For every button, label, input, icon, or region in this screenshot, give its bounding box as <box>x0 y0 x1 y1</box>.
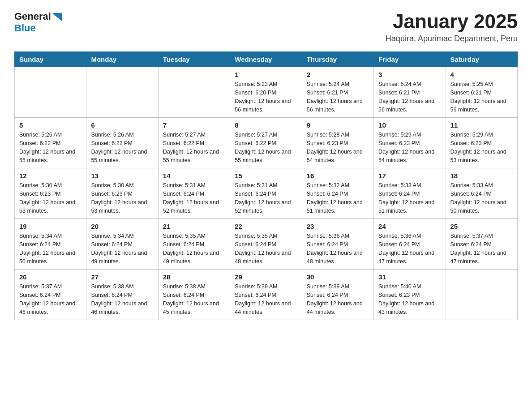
calendar-cell: 16Sunrise: 5:32 AM Sunset: 6:24 PM Dayli… <box>302 168 373 219</box>
calendar-cell: 10Sunrise: 5:29 AM Sunset: 6:23 PM Dayli… <box>374 118 446 168</box>
day-number: 9 <box>307 121 369 129</box>
calendar-cell: 2Sunrise: 5:24 AM Sunset: 6:21 PM Daylig… <box>302 67 373 118</box>
day-detail: Sunrise: 5:33 AM Sunset: 6:24 PM Dayligh… <box>450 181 513 215</box>
logo-triangle-icon <box>52 13 62 21</box>
calendar-cell: 31Sunrise: 5:40 AM Sunset: 6:23 PM Dayli… <box>374 270 446 320</box>
calendar-cell: 23Sunrise: 5:36 AM Sunset: 6:24 PM Dayli… <box>302 219 373 270</box>
calendar-cell: 6Sunrise: 5:26 AM Sunset: 6:22 PM Daylig… <box>86 118 158 168</box>
day-number: 24 <box>378 223 441 230</box>
calendar-cell: 17Sunrise: 5:33 AM Sunset: 6:24 PM Dayli… <box>374 168 446 219</box>
day-detail: Sunrise: 5:40 AM Sunset: 6:23 PM Dayligh… <box>378 283 441 316</box>
calendar-cell: 22Sunrise: 5:35 AM Sunset: 6:24 PM Dayli… <box>230 219 302 270</box>
calendar-header-saturday: Saturday <box>446 52 517 67</box>
calendar-cell <box>446 270 517 320</box>
day-number: 4 <box>450 71 513 78</box>
day-detail: Sunrise: 5:25 AM Sunset: 6:21 PM Dayligh… <box>450 80 513 114</box>
calendar-header-friday: Friday <box>374 52 446 67</box>
subtitle: Haquira, Apurimac Department, Peru <box>386 34 518 43</box>
day-number: 31 <box>378 273 441 281</box>
day-number: 17 <box>378 172 441 180</box>
day-detail: Sunrise: 5:24 AM Sunset: 6:21 PM Dayligh… <box>378 80 441 114</box>
day-number: 21 <box>163 223 225 230</box>
day-number: 15 <box>235 172 297 180</box>
day-number: 18 <box>450 172 513 180</box>
day-detail: Sunrise: 5:39 AM Sunset: 6:24 PM Dayligh… <box>307 283 369 316</box>
day-number: 8 <box>235 121 297 129</box>
day-detail: Sunrise: 5:24 AM Sunset: 6:21 PM Dayligh… <box>307 80 369 114</box>
calendar-cell: 28Sunrise: 5:38 AM Sunset: 6:24 PM Dayli… <box>158 270 230 320</box>
calendar-cell: 20Sunrise: 5:34 AM Sunset: 6:24 PM Dayli… <box>86 219 158 270</box>
calendar-header-thursday: Thursday <box>302 52 373 67</box>
calendar-cell: 25Sunrise: 5:37 AM Sunset: 6:24 PM Dayli… <box>446 219 517 270</box>
calendar-week-row: 26Sunrise: 5:37 AM Sunset: 6:24 PM Dayli… <box>15 270 518 320</box>
calendar-cell: 29Sunrise: 5:39 AM Sunset: 6:24 PM Dayli… <box>230 270 302 320</box>
calendar-cell: 12Sunrise: 5:30 AM Sunset: 6:23 PM Dayli… <box>15 168 86 219</box>
day-number: 26 <box>19 273 82 281</box>
day-number: 25 <box>450 223 513 230</box>
day-number: 11 <box>450 121 513 129</box>
day-detail: Sunrise: 5:26 AM Sunset: 6:22 PM Dayligh… <box>19 131 82 164</box>
day-number: 3 <box>378 71 441 78</box>
day-number: 1 <box>235 71 297 78</box>
day-number: 23 <box>307 223 369 230</box>
calendar-cell: 9Sunrise: 5:28 AM Sunset: 6:23 PM Daylig… <box>302 118 373 168</box>
calendar-cell: 8Sunrise: 5:27 AM Sunset: 6:22 PM Daylig… <box>230 118 302 168</box>
calendar-cell: 30Sunrise: 5:39 AM Sunset: 6:24 PM Dayli… <box>302 270 373 320</box>
calendar-header-tuesday: Tuesday <box>158 52 230 67</box>
day-number: 20 <box>91 223 153 230</box>
day-detail: Sunrise: 5:37 AM Sunset: 6:24 PM Dayligh… <box>450 232 513 265</box>
day-detail: Sunrise: 5:27 AM Sunset: 6:22 PM Dayligh… <box>163 131 225 164</box>
day-detail: Sunrise: 5:35 AM Sunset: 6:24 PM Dayligh… <box>163 232 225 265</box>
calendar-cell: 14Sunrise: 5:31 AM Sunset: 6:24 PM Dayli… <box>158 168 230 219</box>
day-number: 5 <box>19 121 82 129</box>
day-number: 22 <box>235 223 297 230</box>
day-number: 27 <box>91 273 153 281</box>
day-number: 29 <box>235 273 297 281</box>
day-detail: Sunrise: 5:29 AM Sunset: 6:23 PM Dayligh… <box>450 131 513 164</box>
calendar-cell <box>15 67 86 118</box>
day-detail: Sunrise: 5:36 AM Sunset: 6:24 PM Dayligh… <box>307 232 369 265</box>
day-number: 19 <box>19 223 82 230</box>
day-detail: Sunrise: 5:39 AM Sunset: 6:24 PM Dayligh… <box>235 283 297 316</box>
title-block: January 2025 Haquira, Apurimac Departmen… <box>386 11 518 43</box>
day-detail: Sunrise: 5:34 AM Sunset: 6:24 PM Dayligh… <box>19 232 82 265</box>
calendar-cell: 7Sunrise: 5:27 AM Sunset: 6:22 PM Daylig… <box>158 118 230 168</box>
calendar-table: SundayMondayTuesdayWednesdayThursdayFrid… <box>14 51 518 320</box>
day-detail: Sunrise: 5:28 AM Sunset: 6:23 PM Dayligh… <box>307 131 369 164</box>
day-number: 30 <box>307 273 369 281</box>
calendar-cell: 4Sunrise: 5:25 AM Sunset: 6:21 PM Daylig… <box>446 67 517 118</box>
calendar-cell: 11Sunrise: 5:29 AM Sunset: 6:23 PM Dayli… <box>446 118 517 168</box>
day-detail: Sunrise: 5:23 AM Sunset: 6:20 PM Dayligh… <box>235 80 297 114</box>
day-number: 13 <box>91 172 153 180</box>
day-detail: Sunrise: 5:30 AM Sunset: 6:23 PM Dayligh… <box>19 181 82 215</box>
day-detail: Sunrise: 5:31 AM Sunset: 6:24 PM Dayligh… <box>163 181 225 215</box>
calendar-week-row: 1Sunrise: 5:23 AM Sunset: 6:20 PM Daylig… <box>15 67 518 118</box>
calendar-header-row: SundayMondayTuesdayWednesdayThursdayFrid… <box>15 52 518 67</box>
day-number: 14 <box>163 172 225 180</box>
day-detail: Sunrise: 5:35 AM Sunset: 6:24 PM Dayligh… <box>235 232 297 265</box>
calendar-cell: 27Sunrise: 5:38 AM Sunset: 6:24 PM Dayli… <box>86 270 158 320</box>
calendar-cell: 1Sunrise: 5:23 AM Sunset: 6:20 PM Daylig… <box>230 67 302 118</box>
calendar-week-row: 12Sunrise: 5:30 AM Sunset: 6:23 PM Dayli… <box>15 168 518 219</box>
day-detail: Sunrise: 5:26 AM Sunset: 6:22 PM Dayligh… <box>91 131 153 164</box>
main-title: January 2025 <box>386 11 518 32</box>
day-number: 10 <box>378 121 441 129</box>
calendar-cell: 26Sunrise: 5:37 AM Sunset: 6:24 PM Dayli… <box>15 270 86 320</box>
calendar-header-wednesday: Wednesday <box>230 52 302 67</box>
calendar-header-monday: Monday <box>86 52 158 67</box>
day-number: 12 <box>19 172 82 180</box>
calendar-cell: 5Sunrise: 5:26 AM Sunset: 6:22 PM Daylig… <box>15 118 86 168</box>
calendar-week-row: 5Sunrise: 5:26 AM Sunset: 6:22 PM Daylig… <box>15 118 518 168</box>
day-detail: Sunrise: 5:34 AM Sunset: 6:24 PM Dayligh… <box>91 232 153 265</box>
calendar-cell: 15Sunrise: 5:31 AM Sunset: 6:24 PM Dayli… <box>230 168 302 219</box>
calendar-cell: 18Sunrise: 5:33 AM Sunset: 6:24 PM Dayli… <box>446 168 517 219</box>
day-number: 7 <box>163 121 225 129</box>
logo-general-text: General <box>14 11 51 22</box>
day-detail: Sunrise: 5:38 AM Sunset: 6:24 PM Dayligh… <box>163 283 225 316</box>
calendar-header-sunday: Sunday <box>15 52 86 67</box>
day-number: 28 <box>163 273 225 281</box>
calendar-cell <box>86 67 158 118</box>
calendar-cell <box>158 67 230 118</box>
day-detail: Sunrise: 5:33 AM Sunset: 6:24 PM Dayligh… <box>378 181 441 215</box>
day-detail: Sunrise: 5:37 AM Sunset: 6:24 PM Dayligh… <box>19 283 82 316</box>
